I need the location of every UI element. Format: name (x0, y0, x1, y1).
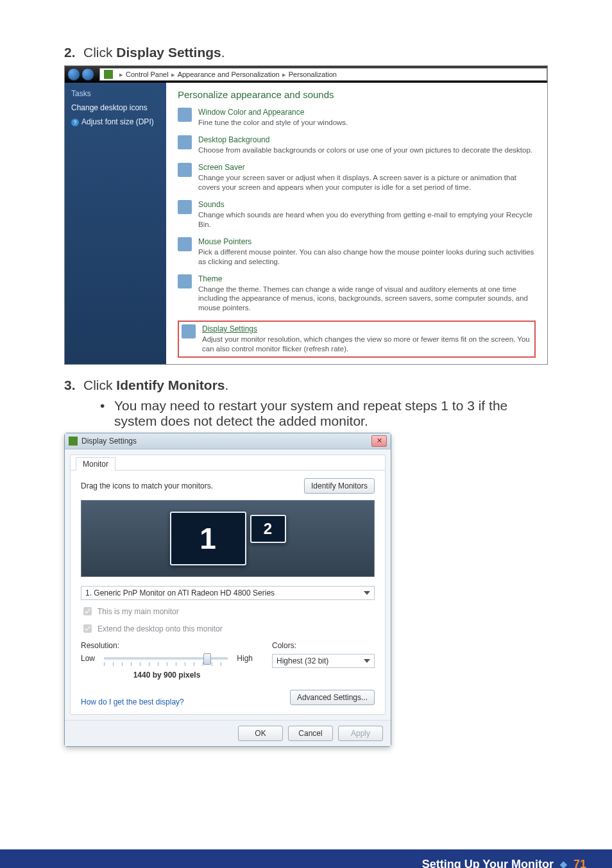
cp-item-mouse-pointers: Mouse Pointers Pick a different mouse po… (178, 237, 536, 267)
page-number: 71 (574, 858, 586, 868)
desc-display-settings: Adjust your monitor resolution, which ch… (202, 335, 532, 354)
breadcrumb-control-panel[interactable]: Control Panel (126, 71, 169, 78)
cp-item-sounds: Sounds Change which sounds are heard whe… (178, 200, 536, 230)
sidebar-link-font-size[interactable]: Adjust font size (DPI) (71, 117, 160, 126)
cp-item-theme: Theme Change the theme. Themes can chang… (178, 274, 536, 313)
step-2-text: Click Display Settings. (83, 45, 225, 60)
theme-icon (178, 274, 192, 288)
link-mouse-pointers[interactable]: Mouse Pointers (198, 237, 251, 246)
step-2-number: 2. (64, 45, 83, 60)
step-2: 2. Click Display Settings. (64, 45, 548, 60)
cp-item-screen-saver: Screen Saver Change your screen saver or… (178, 163, 536, 192)
sounds-icon (178, 200, 192, 214)
colors-select-value: Highest (32 bit) (276, 656, 328, 665)
sidebar-title: Tasks (71, 89, 160, 98)
ds-window-title: Display Settings (81, 437, 137, 446)
page-footer: Setting Up Your Monitor ◆ 71 (0, 849, 612, 868)
desc-mouse-pointers: Pick a different mouse pointer. You can … (198, 247, 536, 267)
ds-titlebar: Display Settings ✕ (65, 433, 391, 449)
resolution-value: 1440 by 900 pixels (81, 671, 253, 680)
checkbox-main-monitor-input[interactable] (83, 607, 92, 615)
breadcrumb-appearance[interactable]: Appearance and Personalization (178, 71, 280, 78)
slider-thumb[interactable] (203, 653, 211, 665)
checkbox-extend-desktop-input[interactable] (83, 624, 92, 633)
breadcrumb-personalization[interactable]: Personalization (289, 71, 337, 78)
desc-sounds: Change which sounds are heard when you d… (198, 210, 536, 230)
monitor-arrangement-area[interactable]: 1 2 (81, 500, 375, 577)
desc-theme: Change the theme. Themes can change a wi… (198, 285, 536, 313)
forward-button[interactable] (81, 68, 94, 81)
resolution-label: Resolution: (81, 641, 253, 650)
cp-heading: Personalize appearance and sounds (178, 89, 536, 100)
drag-label: Drag the icons to match your monitors. (81, 481, 213, 490)
cp-item-window-color: Window Color and Appearance Fine tune th… (178, 108, 536, 128)
colors-select[interactable]: Highest (32 bit) (272, 654, 375, 668)
desc-desktop-background: Choose from available backgrounds or col… (198, 146, 536, 155)
desc-screen-saver: Change your screen saver or adjust when … (198, 173, 536, 192)
step-2-suffix: . (221, 45, 225, 60)
colors-label: Colors: (272, 641, 375, 650)
step-3-number: 3. (64, 378, 83, 393)
link-window-color[interactable]: Window Color and Appearance (198, 108, 304, 117)
footer-section-title: Setting Up Your Monitor (422, 858, 554, 868)
help-link-best-display[interactable]: How do I get the best display? (81, 697, 184, 706)
monitor-1-icon[interactable]: 1 (170, 512, 246, 565)
link-display-settings[interactable]: Display Settings (202, 324, 257, 333)
window-color-icon (178, 108, 192, 122)
resolution-slider[interactable] (104, 657, 228, 660)
step-3-prefix: Click (83, 378, 116, 392)
display-settings-icon (182, 324, 196, 338)
cp-main: Personalize appearance and sounds Window… (166, 83, 547, 364)
link-sounds[interactable]: Sounds (198, 200, 225, 209)
step-3-suffix: . (225, 378, 229, 392)
checkbox-extend-desktop-label: Extend the desktop onto this monitor (98, 624, 223, 633)
ok-button[interactable]: OK (238, 726, 283, 741)
bullet-icon: • (100, 398, 114, 429)
cp-titlebar: ▸ Control Panel ▸ Appearance and Persona… (65, 66, 547, 83)
display-settings-window: Display Settings ✕ Monitor Drag the icon… (64, 433, 391, 747)
control-panel-icon (104, 70, 113, 79)
chevron-down-icon (364, 659, 370, 663)
apply-button[interactable]: Apply (338, 726, 383, 741)
screen-saver-icon (178, 163, 192, 177)
slider-low-label: Low (81, 654, 95, 663)
cp-sidebar: Tasks Change desktop icons Adjust font s… (65, 83, 166, 364)
step-3-bold: Identify Monitors (116, 378, 225, 392)
desktop-background-icon (178, 135, 192, 149)
control-panel-window: ▸ Control Panel ▸ Appearance and Persona… (64, 65, 548, 365)
slider-high-label: High (237, 654, 253, 663)
monitor-2-icon[interactable]: 2 (250, 515, 286, 543)
diamond-icon: ◆ (560, 859, 567, 868)
mouse-pointers-icon (178, 237, 192, 251)
bullet-text: You may need to restart your system and … (114, 398, 548, 429)
link-screen-saver[interactable]: Screen Saver (198, 163, 245, 172)
monitor-select[interactable]: 1. Generic PnP Monitor on ATI Radeon HD … (81, 586, 375, 600)
sidebar-link-desktop-icons[interactable]: Change desktop icons (71, 103, 160, 112)
breadcrumb[interactable]: ▸ Control Panel ▸ Appearance and Persona… (99, 68, 547, 81)
monitor-select-value: 1. Generic PnP Monitor on ATI Radeon HD … (85, 588, 275, 597)
checkbox-extend-desktop[interactable]: Extend the desktop onto this monitor (81, 622, 375, 635)
cancel-button[interactable]: Cancel (288, 726, 333, 741)
ds-window-icon (69, 437, 78, 446)
step-2-bold: Display Settings (116, 45, 221, 60)
checkbox-main-monitor[interactable]: This is my main monitor (81, 605, 375, 617)
link-desktop-background[interactable]: Desktop Background (198, 135, 269, 144)
cp-item-desktop-background: Desktop Background Choose from available… (178, 135, 536, 155)
step-3-text: Click Identify Monitors. (83, 378, 228, 393)
identify-monitors-button[interactable]: Identify Monitors (304, 478, 375, 494)
back-button[interactable] (67, 68, 80, 81)
advanced-settings-button[interactable]: Advanced Settings... (290, 690, 375, 705)
close-button[interactable]: ✕ (371, 435, 387, 447)
checkbox-main-monitor-label: This is my main monitor (98, 607, 179, 616)
step-2-prefix: Click (83, 45, 116, 60)
chevron-down-icon (364, 591, 370, 595)
step-3-bullet: • You may need to restart your system an… (100, 398, 548, 429)
step-3: 3. Click Identify Monitors. (64, 378, 548, 393)
tab-monitor[interactable]: Monitor (76, 457, 115, 471)
desc-window-color: Fine tune the color and style of your wi… (198, 118, 536, 128)
link-theme[interactable]: Theme (198, 274, 222, 283)
cp-item-display-settings: Display Settings Adjust your monitor res… (178, 321, 536, 358)
ds-footer: OK Cancel Apply (65, 720, 391, 746)
